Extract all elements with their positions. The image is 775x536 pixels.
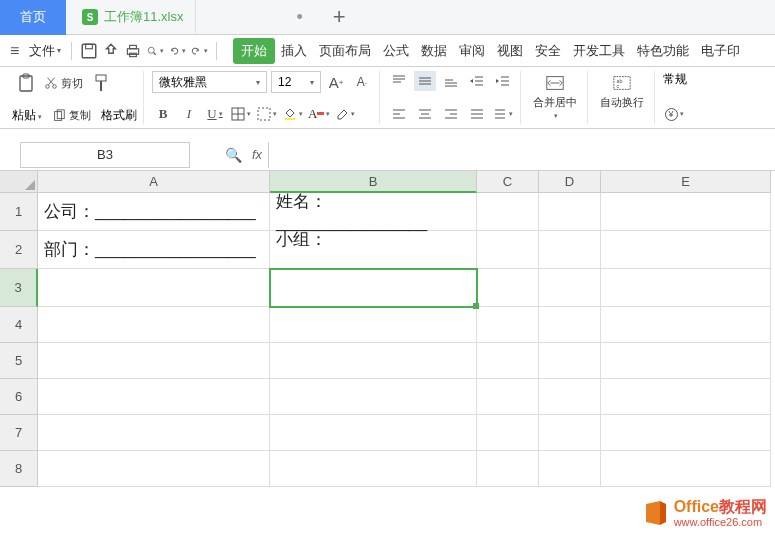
cell-E5[interactable] [601,343,771,379]
cell-E2[interactable] [601,231,771,269]
cell-B8[interactable] [270,451,477,487]
italic-button[interactable]: I [178,104,200,124]
justify-icon[interactable] [466,104,488,124]
save-icon[interactable] [80,42,98,60]
cell-A6[interactable] [38,379,270,415]
align-top-icon[interactable] [388,71,410,91]
cell-D7[interactable] [539,415,601,451]
cell-A1[interactable]: 公司：_________________ [38,193,270,231]
formula-input[interactable] [268,142,775,168]
font-name-select[interactable]: 微软雅黑▾ [152,71,267,93]
cell-A2[interactable]: 部门：_________________ [38,231,270,269]
undo-icon[interactable] [168,42,186,60]
row-header-2[interactable]: 2 [0,231,38,269]
align-right-icon[interactable] [440,104,462,124]
ribbon-tab-formula[interactable]: 公式 [377,38,415,64]
cell-style-button[interactable] [256,104,278,124]
tab-workbook[interactable]: S 工作簿11.xlsx [70,0,196,35]
currency-icon[interactable]: ¥ [663,104,685,124]
cell-E4[interactable] [601,307,771,343]
ribbon-tab-page-layout[interactable]: 页面布局 [313,38,377,64]
increase-font-icon[interactable]: A+ [325,72,347,92]
font-color-button[interactable]: A [308,104,330,124]
cell-C3[interactable] [477,269,539,307]
hamburger-icon[interactable]: ≡ [6,42,23,60]
cell-C5[interactable] [477,343,539,379]
cell-E1[interactable] [601,193,771,231]
col-header-A[interactable]: A [38,171,270,193]
cell-B6[interactable] [270,379,477,415]
ribbon-tab-special[interactable]: 特色功能 [631,38,695,64]
border-button[interactable] [230,104,252,124]
align-left-icon[interactable] [388,104,410,124]
print-preview-icon[interactable] [146,42,164,60]
cell-C4[interactable] [477,307,539,343]
copy-button[interactable]: 复制 [52,108,91,123]
increase-indent-icon[interactable] [492,71,514,91]
paste-label[interactable]: 粘贴 [12,107,42,124]
print-icon[interactable] [124,42,142,60]
search-function-icon[interactable]: 🔍 [225,147,242,163]
col-header-D[interactable]: D [539,171,601,193]
ribbon-tab-view[interactable]: 视图 [491,38,529,64]
cell-E6[interactable] [601,379,771,415]
cell-A3[interactable] [38,269,270,307]
align-center-icon[interactable] [414,104,436,124]
cell-A7[interactable] [38,415,270,451]
file-menu[interactable]: 文件 [27,42,63,60]
ribbon-tab-dev[interactable]: 开发工具 [567,38,631,64]
cell-B3[interactable] [270,269,477,307]
name-box[interactable]: B3 [20,142,190,168]
cell-C1[interactable] [477,193,539,231]
cell-D1[interactable] [539,193,601,231]
cell-C7[interactable] [477,415,539,451]
ribbon-tab-insert[interactable]: 插入 [275,38,313,64]
redo-icon[interactable] [190,42,208,60]
cell-E3[interactable] [601,269,771,307]
row-header-8[interactable]: 8 [0,451,38,487]
cell-D6[interactable] [539,379,601,415]
cut-button[interactable]: 剪切 [44,76,83,91]
row-header-1[interactable]: 1 [0,193,38,231]
cell-B4[interactable] [270,307,477,343]
wrap-text-button[interactable]: abc 自动换行 [596,71,648,112]
clear-format-button[interactable] [334,104,356,124]
cell-B1[interactable]: 姓名：________________ [270,193,477,231]
cell-D4[interactable] [539,307,601,343]
add-tab-button[interactable]: + [333,4,346,30]
cell-D8[interactable] [539,451,601,487]
cell-D3[interactable] [539,269,601,307]
ribbon-tab-security[interactable]: 安全 [529,38,567,64]
tab-home[interactable]: 首页 [0,0,66,35]
col-header-E[interactable]: E [601,171,771,193]
fill-color-button[interactable] [282,104,304,124]
bold-button[interactable]: B [152,104,174,124]
row-header-6[interactable]: 6 [0,379,38,415]
cell-D5[interactable] [539,343,601,379]
row-header-4[interactable]: 4 [0,307,38,343]
row-header-7[interactable]: 7 [0,415,38,451]
cell-A4[interactable] [38,307,270,343]
cell-A8[interactable] [38,451,270,487]
format-painter-button[interactable] [87,71,115,95]
cell-B2[interactable]: 小组：________________ [270,231,477,269]
ribbon-tab-review[interactable]: 审阅 [453,38,491,64]
paste-button[interactable] [12,71,40,95]
cell-C6[interactable] [477,379,539,415]
orientation-icon[interactable] [492,104,514,124]
cell-B7[interactable] [270,415,477,451]
ribbon-tab-data[interactable]: 数据 [415,38,453,64]
share-icon[interactable] [102,42,120,60]
cell-A5[interactable] [38,343,270,379]
cell-C8[interactable] [477,451,539,487]
col-header-C[interactable]: C [477,171,539,193]
cell-C2[interactable] [477,231,539,269]
fx-icon[interactable]: fx [252,147,262,162]
cell-E8[interactable] [601,451,771,487]
ribbon-tab-start[interactable]: 开始 [233,38,275,64]
row-header-3[interactable]: 3 [0,269,38,307]
cell-E7[interactable] [601,415,771,451]
underline-button[interactable]: U [204,104,226,124]
decrease-indent-icon[interactable] [466,71,488,91]
decrease-font-icon[interactable]: A- [351,72,373,92]
